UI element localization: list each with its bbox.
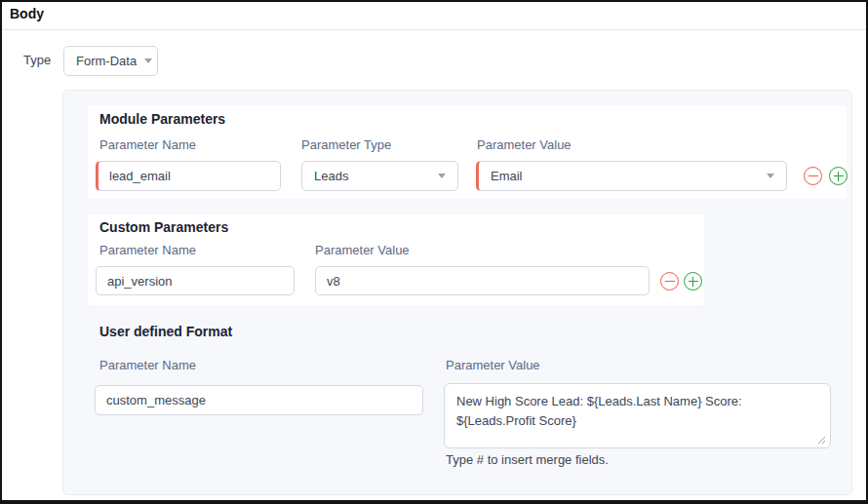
body-section: Body Type Form-Data Module Parameters Pa… (0, 0, 868, 504)
plus-circle-icon[interactable] (684, 272, 702, 291)
header-divider (2, 29, 866, 30)
custom-parameter-value-label: Parameter Value (315, 243, 410, 257)
body-type-select[interactable]: Form-Data (63, 46, 158, 76)
module-parameter-name-label: Parameter Name (99, 137, 196, 152)
module-parameter-type-value: Leads (314, 169, 348, 183)
module-parameter-value-label: Parameter Value (477, 137, 572, 152)
type-label: Type (23, 53, 51, 67)
chevron-down-icon (438, 174, 446, 178)
page-title: Body (10, 6, 44, 21)
minus-circle-icon[interactable] (804, 167, 822, 185)
custom-parameter-name-label: Parameter Name (99, 243, 196, 257)
custom-parameters-heading: Custom Parameters (99, 219, 228, 235)
module-parameter-value-select[interactable]: Email (476, 161, 787, 191)
resize-grip-icon[interactable] (815, 434, 826, 445)
module-parameter-type-label: Parameter Type (301, 137, 391, 152)
udf-parameter-value-textarea[interactable]: New High Score Lead: ${Leads.Last Name} … (444, 383, 831, 448)
merge-fields-hint: Type # to insert merge fields. (446, 452, 609, 467)
user-defined-format-heading: User defined Format (99, 324, 232, 339)
module-parameter-type-select[interactable]: Leads (301, 161, 458, 191)
chevron-down-icon (144, 58, 152, 63)
udf-parameter-name-label: Parameter Name (99, 358, 196, 372)
udf-parameter-value-label: Parameter Value (446, 358, 540, 372)
chevron-down-icon (767, 174, 774, 178)
module-parameter-value-value: Email (491, 169, 523, 183)
custom-parameter-value-input[interactable] (315, 266, 650, 295)
plus-circle-icon[interactable] (829, 167, 848, 185)
minus-circle-icon[interactable] (660, 272, 679, 291)
module-parameter-name-input[interactable] (96, 161, 281, 191)
module-parameters-heading: Module Parameters (99, 111, 225, 127)
custom-parameter-name-input[interactable] (96, 266, 295, 295)
udf-parameter-name-input[interactable] (95, 385, 423, 415)
body-type-selected-value: Form-Data (76, 54, 137, 68)
